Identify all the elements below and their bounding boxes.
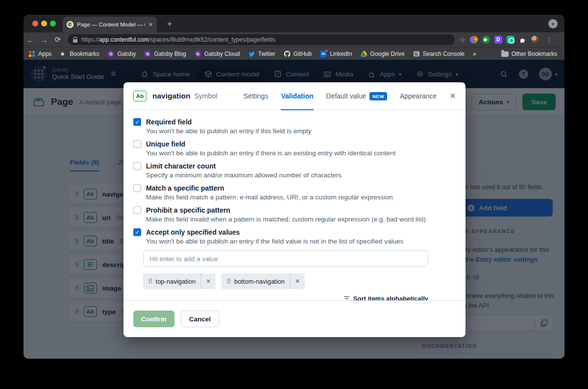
bookmark-search-console[interactable]: Search Console — [413, 50, 465, 57]
value-pill-bottom-navigation[interactable]: ⠿bottom-navigation✕ — [221, 273, 305, 289]
bookmark-bookmarks[interactable]: ★Bookmarks — [60, 50, 99, 57]
validation-required: ✓Required field You won't be able to pub… — [133, 118, 456, 135]
validation-panel: ✓Required field You won't be able to pub… — [123, 110, 466, 300]
sort-alphabetically-link[interactable]: Sort items alphabetically — [343, 295, 428, 300]
google-drive-icon — [361, 50, 368, 57]
bookmarks-bar: Apps ★Bookmarks GGatsby GGatsby Blog GGa… — [24, 47, 564, 60]
extension-pinwheel-icon[interactable] — [470, 36, 478, 44]
bookmark-github[interactable]: GitHub — [284, 50, 312, 57]
address-bar[interactable]: https://app.contentful.com/spaces/8iub9m… — [68, 34, 455, 45]
macos-minimize-button[interactable] — [41, 21, 47, 26]
gatsby-icon: G — [195, 50, 201, 57]
new-badge: NEW — [369, 92, 387, 100]
short-text-field-icon: Ab — [133, 91, 147, 101]
screenshot-root: Page — Content Model — Quick ✕ + ▾ ← → ⟳… — [0, 0, 588, 389]
github-icon — [284, 50, 291, 57]
browser-window: Page — Content Model — Quick ✕ + ▾ ← → ⟳… — [24, 15, 564, 359]
tab-appearance[interactable]: Appearance — [400, 83, 437, 109]
extension-teal-icon[interactable] — [507, 36, 514, 44]
field-type: Symbol — [195, 92, 218, 100]
value-pill-top-navigation[interactable]: ⠿top-navigation✕ — [143, 273, 216, 289]
unique-checkbox[interactable] — [133, 140, 141, 148]
cancel-button[interactable]: Cancel — [181, 311, 219, 327]
profile-avatar[interactable] — [531, 36, 539, 44]
drag-handle-icon[interactable]: ⠿ — [143, 278, 156, 285]
search-tabs-button[interactable]: ▾ — [548, 19, 558, 28]
back-icon[interactable]: ← — [24, 36, 37, 44]
field-name: navigation — [152, 92, 191, 100]
extension-green-icon[interactable] — [482, 36, 490, 44]
lock-icon — [73, 37, 78, 43]
new-tab-button[interactable]: + — [164, 19, 175, 29]
validation-match-pattern: Match a specific pattern Make this field… — [133, 184, 456, 201]
remove-value-icon[interactable]: ✕ — [201, 278, 216, 285]
browser-toolbar: ← → ⟳ https://app.contentful.com/spaces/… — [24, 32, 564, 47]
sort-icon — [343, 296, 350, 300]
browser-tab[interactable]: Page — Content Model — Quick ✕ — [63, 17, 157, 32]
required-checkbox[interactable]: ✓ — [133, 118, 141, 126]
gatsby-icon: G — [107, 50, 114, 57]
modal-tabs: Settings Validation Default valueNEW App… — [244, 83, 437, 110]
other-bookmarks[interactable]: Other Bookmarks — [501, 50, 557, 57]
tab-strip: Page — Content Model — Quick ✕ + ▾ — [24, 15, 564, 32]
match-pattern-checkbox[interactable] — [133, 184, 141, 192]
apps-grid-icon — [28, 50, 35, 57]
bookmark-google-drive[interactable]: Google Drive — [361, 50, 405, 57]
bookmark-linkedin[interactable]: inLinkedIn — [320, 50, 352, 57]
chrome-menu-icon[interactable]: ⋮ — [546, 36, 553, 44]
limit-character-count-checkbox[interactable] — [133, 162, 141, 170]
drag-handle-icon[interactable]: ⠿ — [221, 278, 234, 285]
accept-specified-values-checkbox[interactable]: ✓ — [133, 228, 141, 236]
star-icon: ★ — [60, 50, 67, 57]
extension-d-icon[interactable]: D — [494, 36, 502, 44]
tab-title: Page — Content Model — Quick — [77, 22, 145, 27]
field-settings-modal: Ab navigation Symbol Settings Validation… — [123, 82, 466, 337]
close-icon[interactable]: ✕ — [449, 92, 456, 100]
bookmark-gatsby-cloud[interactable]: GGatsby Cloud — [195, 50, 240, 57]
prohibit-pattern-checkbox[interactable] — [133, 206, 141, 214]
bookmark-this-icon[interactable]: ☆ — [460, 36, 466, 44]
remove-value-icon[interactable]: ✕ — [290, 278, 305, 285]
tab-default-value[interactable]: Default valueNEW — [326, 83, 387, 110]
twitter-bird-icon — [248, 50, 255, 57]
validation-unique: Unique field You won't be able to publis… — [133, 140, 456, 157]
value-pills: ⠿top-navigation✕ ⠿bottom-navigation✕ — [143, 273, 456, 289]
bookmark-apps[interactable]: Apps — [28, 50, 51, 57]
macos-zoom-button[interactable] — [50, 21, 56, 26]
url-text: https://app.contentful.com/spaces/8iub9m… — [81, 36, 275, 43]
macos-close-button[interactable] — [32, 21, 38, 26]
tab-settings[interactable]: Settings — [244, 83, 269, 109]
bookmarks-overflow-icon[interactable]: » — [473, 50, 476, 57]
modal-footer: Confirm Cancel — [123, 300, 466, 337]
modal-header: Ab navigation Symbol Settings Validation… — [123, 82, 466, 110]
toolbar-extensions: ☆ D ⋮ — [460, 36, 553, 44]
search-console-icon — [413, 50, 420, 57]
forward-icon[interactable]: → — [37, 36, 51, 44]
reload-icon[interactable]: ⟳ — [51, 35, 65, 44]
validation-character-count: Limit character count Specify a minimum … — [133, 162, 456, 179]
tab-close-icon[interactable]: ✕ — [148, 22, 153, 28]
confirm-button[interactable]: Confirm — [133, 311, 174, 327]
tab-favicon-icon — [67, 21, 74, 28]
bookmark-gatsby[interactable]: GGatsby — [107, 50, 136, 57]
tab-validation[interactable]: Validation — [281, 83, 313, 110]
add-value-input[interactable] — [143, 250, 428, 267]
linkedin-icon: in — [320, 50, 327, 57]
bookmark-twitter[interactable]: Twitter — [248, 50, 275, 57]
bookmark-gatsby-blog[interactable]: GGatsby Blog — [144, 50, 186, 57]
gatsby-icon: G — [144, 50, 151, 57]
validation-prohibit-pattern: Prohibit a specific pattern Make this fi… — [133, 206, 456, 223]
folder-icon — [501, 51, 509, 57]
validation-specified-values: ✓Accept only specified values You won't … — [133, 228, 456, 245]
extensions-puzzle-icon[interactable] — [519, 36, 527, 44]
